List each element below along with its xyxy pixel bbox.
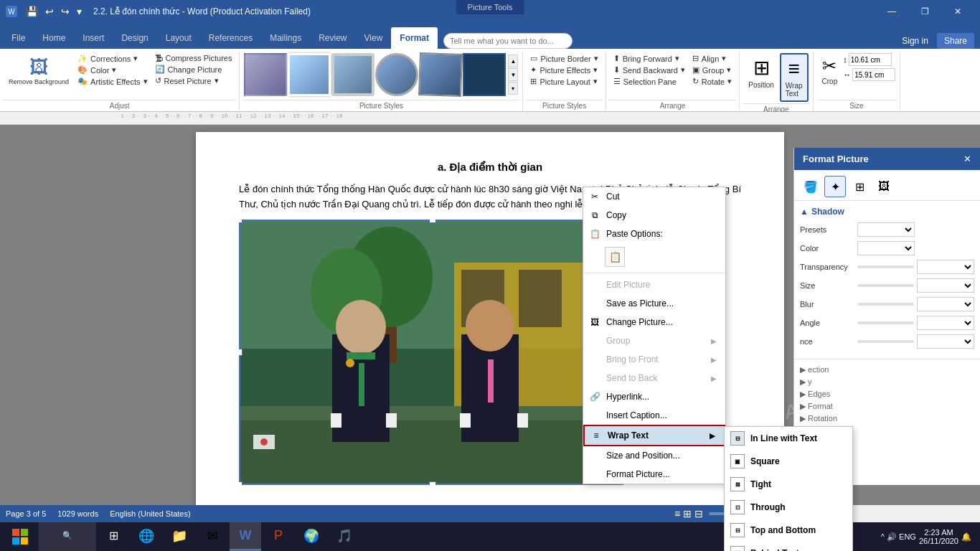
transparency-slider[interactable]	[857, 265, 914, 268]
crop-button[interactable]: ✂ Crop	[818, 53, 842, 88]
distance-value[interactable]	[917, 334, 974, 349]
presets-select[interactable]	[857, 222, 915, 237]
handle-top-left[interactable]	[239, 220, 242, 223]
ctx-save-picture[interactable]: Save as Picture...	[583, 294, 725, 313]
picture-layout-button[interactable]: ⊞ Picture Layout ▾	[527, 76, 600, 87]
sub-topbottom[interactable]: ⊟ Top and Bottom	[725, 519, 852, 542]
style-6[interactable]	[463, 53, 506, 96]
notification-icon[interactable]: 🔔	[961, 532, 971, 542]
group-button[interactable]: ▣ Group ▾	[689, 65, 735, 75]
qat-more-button[interactable]: ▾	[74, 4, 85, 19]
edge-button[interactable]: 🌐	[131, 522, 162, 551]
bring-forward-button[interactable]: ⬆ Bring Forward ▾	[611, 53, 688, 64]
tab-format[interactable]: Format	[391, 27, 438, 49]
effects-icon-button[interactable]: ✦	[824, 176, 846, 197]
sub-through[interactable]: ⊡ Through	[725, 496, 852, 519]
scroll-down-button[interactable]: ▼	[508, 68, 518, 81]
blur-slider[interactable]	[857, 303, 914, 306]
save-button[interactable]: 💾	[23, 4, 41, 19]
image-container[interactable]	[239, 220, 626, 485]
minimize-button[interactable]: —	[875, 0, 908, 23]
style-3[interactable]	[331, 53, 374, 96]
picture-icon-button[interactable]: 🖼	[873, 176, 895, 197]
tab-home[interactable]: Home	[34, 27, 74, 49]
tab-design[interactable]: Design	[113, 27, 156, 49]
ctx-hyperlink[interactable]: 🔗 Hyperlink...	[583, 387, 725, 406]
tab-references[interactable]: References	[200, 27, 261, 49]
transparency-value[interactable]	[917, 260, 974, 274]
selection-pane-button[interactable]: ☰ Selection Pane	[611, 76, 688, 87]
spotify-button[interactable]: 🎵	[329, 522, 360, 551]
search-button[interactable]: 🔍	[39, 522, 96, 551]
distance-slider[interactable]	[857, 340, 914, 343]
color-button[interactable]: 🎨 Color ▾	[75, 65, 150, 75]
compress-pictures-button[interactable]: 🗜 Compress Pictures	[152, 53, 235, 63]
tell-me-input[interactable]	[443, 33, 573, 49]
panel-close-button[interactable]: ✕	[963, 154, 971, 164]
start-button[interactable]	[3, 522, 37, 551]
size-value[interactable]	[917, 278, 974, 293]
ctx-copy[interactable]: ⧉ Copy	[583, 206, 725, 225]
ctx-size-position[interactable]: Size and Position...	[583, 446, 725, 465]
handle-top-middle[interactable]	[429, 220, 436, 223]
layout-icon-button[interactable]: ⊞	[849, 176, 870, 197]
ctx-format-picture[interactable]: Format Picture...	[583, 465, 725, 484]
paste-btn[interactable]: 📋	[605, 247, 625, 267]
style-4[interactable]	[375, 53, 418, 96]
width-input[interactable]	[852, 68, 895, 81]
handle-middle-left[interactable]	[239, 349, 242, 356]
height-input[interactable]	[849, 53, 892, 66]
angle-slider[interactable]	[857, 321, 914, 324]
sub-behind[interactable]: ⬜ Behind Text	[725, 542, 852, 551]
style-5[interactable]	[418, 52, 463, 97]
picture-border-button[interactable]: ▭ Picture Border ▾	[527, 53, 600, 64]
undo-button[interactable]: ↩	[42, 4, 57, 19]
tab-insert[interactable]: Insert	[74, 27, 113, 49]
style-2[interactable]	[288, 53, 331, 96]
position-button[interactable]: ⊞ Position	[744, 53, 778, 92]
rotate-button[interactable]: ↻ Rotate ▾	[689, 76, 735, 87]
mail-button[interactable]: ✉	[197, 522, 228, 551]
remove-background-button[interactable]: 🖼 Remove Background	[4, 53, 73, 89]
shadow-header[interactable]: ▲ Shadow	[800, 207, 974, 217]
tab-file[interactable]: File	[3, 27, 34, 49]
corrections-button[interactable]: ✨ Corrections ▾	[75, 53, 150, 64]
sub-inline[interactable]: ⊟ In Line with Text	[725, 427, 852, 450]
color-select[interactable]	[857, 241, 915, 255]
powerpoint-button[interactable]: P	[263, 522, 294, 551]
maximize-button[interactable]: ❐	[908, 0, 941, 23]
align-button[interactable]: ⊟ Align ▾	[689, 53, 735, 64]
send-backward-button[interactable]: ⬇ Send Backward ▾	[611, 65, 688, 75]
blur-value[interactable]	[917, 297, 974, 311]
tab-mailings[interactable]: Mailings	[261, 27, 310, 49]
handle-bottom-middle[interactable]	[429, 481, 436, 485]
artistic-effects-button[interactable]: 🎭 Artistic Effects ▾	[75, 76, 150, 87]
word-button[interactable]: W	[230, 522, 261, 551]
scroll-up-button[interactable]: ▲	[508, 55, 518, 67]
scroll-more-button[interactable]: ▾	[508, 82, 518, 95]
angle-value[interactable]	[917, 316, 974, 330]
handle-bottom-left[interactable]	[239, 481, 242, 485]
fill-line-icon-button[interactable]: 🪣	[800, 176, 821, 197]
sub-square[interactable]: ▣ Square	[725, 450, 852, 473]
sub-tight[interactable]: ⊠ Tight	[725, 473, 852, 496]
style-1[interactable]	[244, 53, 287, 96]
redo-button[interactable]: ↪	[58, 4, 72, 19]
ctx-insert-caption[interactable]: Insert Caption...	[583, 406, 725, 425]
chrome-button[interactable]: 🌍	[296, 522, 327, 551]
ctx-wrap-text[interactable]: ≡ Wrap Text ▶ ⊟ In Line with Text ▣ Squa…	[583, 425, 725, 446]
close-button[interactable]: ✕	[941, 0, 974, 23]
reset-picture-button[interactable]: ↺ Reset Picture ▾	[152, 75, 235, 86]
size-slider[interactable]	[857, 284, 914, 287]
task-view-button[interactable]: ⊞	[98, 522, 129, 551]
picture-effects-button[interactable]: ✦ Picture Effects ▾	[527, 65, 600, 75]
tab-view[interactable]: View	[356, 27, 392, 49]
ctx-cut[interactable]: ✂ Cut	[583, 187, 725, 206]
tab-review[interactable]: Review	[310, 27, 355, 49]
tab-layout[interactable]: Layout	[157, 27, 200, 49]
share-button[interactable]: Share	[937, 33, 974, 49]
signin-button[interactable]: Sign in	[896, 33, 934, 49]
ctx-change-picture[interactable]: 🖼 Change Picture...	[583, 313, 725, 331]
explorer-button[interactable]: 📁	[164, 522, 195, 551]
wrap-text-button[interactable]: ≡ WrapText	[780, 53, 809, 102]
